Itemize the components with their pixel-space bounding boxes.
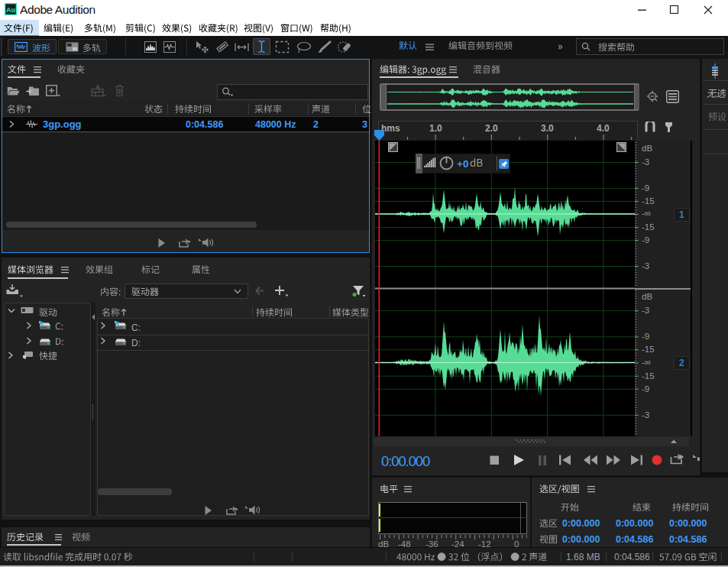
svg-text:Au: Au (6, 6, 15, 14)
